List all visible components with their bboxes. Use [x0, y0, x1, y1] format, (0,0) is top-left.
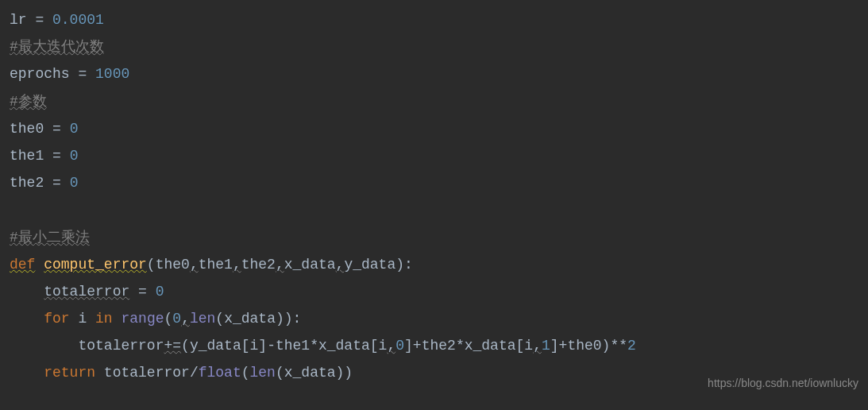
- code-line-12: totalerror+=(y_data[i]-the1*x_data[i,0]+…: [10, 332, 858, 359]
- variable: the0: [10, 121, 44, 137]
- operator: =: [27, 12, 52, 28]
- bracket: ]: [550, 338, 559, 354]
- function-name: comput_error: [44, 257, 147, 273]
- keyword-def: def: [10, 257, 35, 273]
- code-line-9: def comput_error(the0,the1,the2,x_data,y…: [10, 251, 858, 278]
- operator: *: [310, 338, 318, 354]
- bracket: ]: [258, 338, 267, 354]
- operator: =: [44, 175, 69, 191]
- code-line-7: the2 = 0: [10, 169, 858, 196]
- operator: +: [559, 338, 568, 354]
- builtin-len: len: [250, 365, 276, 381]
- code-line-8: #最小二乘法: [10, 224, 858, 251]
- bracket: ]: [404, 338, 413, 354]
- space: [113, 311, 122, 327]
- number: 0: [70, 121, 79, 137]
- paren: (: [241, 365, 250, 381]
- paren: (: [147, 257, 156, 273]
- param: the2: [241, 257, 276, 273]
- comment: #最小二乘法: [10, 230, 90, 246]
- comma: ,: [181, 311, 190, 327]
- indent: [10, 338, 78, 354]
- comment: #参数: [10, 94, 47, 110]
- operator: -: [267, 338, 276, 354]
- variable: eprochs: [10, 66, 70, 82]
- variable: x_data: [465, 338, 516, 354]
- operator: =: [44, 148, 69, 164]
- number: 2: [627, 338, 636, 354]
- number: 0: [70, 148, 79, 164]
- bracket: [: [241, 338, 250, 354]
- variable: the1: [276, 338, 310, 354]
- variable: totalerror: [104, 365, 190, 381]
- variable: the2: [10, 175, 44, 191]
- param: the1: [199, 257, 233, 273]
- paren: ): [276, 311, 284, 327]
- keyword-for: for: [44, 311, 69, 327]
- paren: ):: [395, 257, 413, 273]
- code-line-5: the0 = 0: [10, 115, 858, 142]
- operator: /: [190, 365, 199, 381]
- variable: i: [250, 338, 259, 354]
- number: 0: [156, 284, 164, 300]
- paren: (: [215, 311, 224, 327]
- number: 0: [172, 311, 181, 327]
- param: x_data: [284, 257, 336, 273]
- comma: ,: [387, 338, 395, 354]
- variable: y_data: [190, 338, 241, 354]
- operator: =: [129, 284, 155, 300]
- code-line-10: totalerror = 0: [10, 278, 858, 305]
- code-line-blank: [10, 196, 858, 223]
- space: [95, 365, 104, 381]
- paren: ): [336, 365, 345, 381]
- paren: ):: [284, 311, 302, 327]
- code-editor[interactable]: lr = 0.0001 #最大迭代次数 eprochs = 1000 #参数 t…: [10, 6, 858, 387]
- bracket: [: [370, 338, 379, 354]
- operator: *: [456, 338, 465, 354]
- variable: i: [524, 338, 533, 354]
- variable: i: [78, 311, 87, 327]
- builtin-float: float: [199, 365, 241, 381]
- number: 1: [542, 338, 550, 354]
- code-line-6: the1 = 0: [10, 142, 858, 169]
- variable: the1: [10, 148, 44, 164]
- paren: (: [181, 338, 190, 354]
- variable: i: [379, 338, 388, 354]
- code-line-2: #最大迭代次数: [10, 33, 858, 60]
- watermark: https://blog.csdn.net/iownlucky: [708, 373, 858, 394]
- space: [70, 311, 79, 327]
- operator: =: [44, 121, 69, 137]
- code-line-3: eprochs = 1000: [10, 60, 858, 87]
- paren: ): [602, 338, 611, 354]
- paren: (: [164, 311, 173, 327]
- paren: ): [344, 365, 353, 381]
- operator: +: [413, 338, 422, 354]
- variable: totalerror: [78, 338, 164, 354]
- variable: x_data: [224, 311, 276, 327]
- operator: +=: [164, 338, 181, 354]
- indent: [10, 365, 44, 381]
- comma: ,: [190, 257, 199, 273]
- param: y_data: [344, 257, 395, 273]
- number: 1000: [95, 66, 129, 82]
- code-line-1: lr = 0.0001: [10, 6, 858, 33]
- keyword-in: in: [95, 311, 113, 327]
- variable: totalerror: [44, 284, 129, 300]
- paren: (: [276, 365, 284, 381]
- code-line-4: #参数: [10, 88, 858, 115]
- code-line-11: for i in range(0,len(x_data)):: [10, 305, 858, 332]
- variable: the0: [567, 338, 601, 354]
- indent: [10, 284, 44, 300]
- number: 0: [395, 338, 404, 354]
- space: [87, 311, 95, 327]
- keyword-return: return: [44, 365, 95, 381]
- variable: lr: [10, 12, 27, 28]
- comment: #最大迭代次数: [10, 39, 104, 55]
- bracket: [: [516, 338, 525, 354]
- variable: x_data: [284, 365, 336, 381]
- operator: **: [610, 338, 627, 354]
- comma: ,: [233, 257, 241, 273]
- comma: ,: [336, 257, 345, 273]
- number: 0: [70, 175, 79, 191]
- space: [35, 257, 44, 273]
